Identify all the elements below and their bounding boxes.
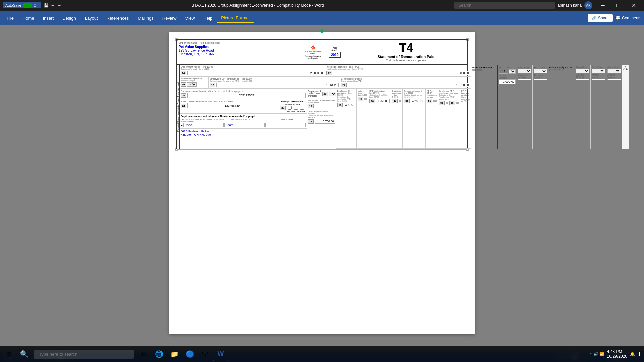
income-tax-label-fr: Impôt sur le revenu retenu – ligne 43700 [326,68,470,70]
autres-amount3[interactable] [607,79,621,80]
menu-references[interactable]: References [103,14,133,23]
box16-value[interactable]: 1,064.25 [216,83,339,87]
box22-value[interactable]: 8,000.00 [333,71,470,75]
maximize-button[interactable]: □ [610,0,626,11]
taskbar-search-button[interactable]: 🔍 [17,347,32,361]
taskbar-search-input[interactable] [34,350,134,359]
autres-box2-select[interactable] [592,69,605,73]
autosave-label: AutoSave [5,3,21,7]
undo-icon[interactable]: ↩ [51,3,55,8]
box44-value[interactable] [364,98,367,100]
word-taskbar-button[interactable]: W [213,347,228,361]
box50-value[interactable] [433,100,437,102]
autres-amount-label2: Amount – Montant [592,74,605,78]
menu-home[interactable]: Home [18,14,38,23]
cpp-exempt-checkbox[interactable] [288,106,292,110]
menu-view[interactable]: View [181,14,199,23]
autres-amount2[interactable] [592,79,605,80]
initial-label: Initial – Initiale [281,118,306,122]
employer-name: Pet Value Supplies [179,45,300,49]
edge-browser-button[interactable]: 🌐 [152,347,166,361]
box-case-label3: Box – Case [534,66,547,69]
menu-review[interactable]: Review [158,14,181,23]
box24-num: 24 [341,83,347,87]
close-button[interactable]: ✕ [626,0,641,11]
autres-amount-label1: Amount – Montant [576,74,589,78]
ppip-exempt-checkbox[interactable] [300,106,304,110]
selection-handle-top[interactable] [320,29,324,33]
employer-acct-value[interactable]: 555123555 [187,93,306,98]
box26-value[interactable]: 13,750.00 [315,119,335,124]
employment-income-label: Employment income – line 10100 [181,66,324,68]
menu-file[interactable]: File [3,14,18,23]
box17-value[interactable] [315,106,335,107]
chrome-icon: 🔵 [186,350,194,358]
windows-security-button[interactable]: 🛡 [198,347,213,361]
menu-design[interactable]: Design [58,14,80,23]
redo-icon[interactable]: ↪ [57,3,61,8]
box29-num: 29 [322,92,328,96]
menu-insert[interactable]: Insert [39,14,58,23]
employment-code-select[interactable] [329,92,336,96]
task-view-icon: ⧉ [141,350,146,358]
box56-value[interactable] [456,102,459,104]
other-box2-select[interactable] [518,69,531,73]
windows-start-button[interactable]: ⊞ [1,347,16,361]
other-box1[interactable]: 42 [499,69,508,74]
share-label: Share [598,16,609,20]
autres-box-label2: Box – Case [592,66,605,68]
cpp-pensionable-label: CPP/QPP pensionable earnings [308,110,335,114]
menu-mailings[interactable]: Mailings [133,14,158,23]
rpap-label: RPAP [300,110,306,112]
other-box1-select[interactable] [509,69,516,74]
menu-bar-right: 🔗 Share 💬 Comments [588,14,641,22]
file-explorer-button[interactable]: 📁 [167,347,182,361]
other-amount2[interactable] [518,79,531,80]
comments-button[interactable]: 💬 Comments [615,16,641,20]
autosave-toggle[interactable] [23,3,32,8]
box52-value[interactable]: 4,256.00 [411,99,424,103]
other-box3-select[interactable] [534,69,547,73]
autres-amount1[interactable] [576,79,589,80]
initial-input[interactable] [265,123,306,127]
t4-19-label: T4 (19) [623,66,627,148]
share-button[interactable]: 🔗 Share [588,14,613,22]
box46-value[interactable] [399,100,401,102]
last-name-input[interactable] [183,123,224,127]
arrow-indicator: ▶ [181,124,183,127]
minimize-button[interactable]: ─ [595,0,610,11]
box56-num: 56 [449,101,455,105]
sin-value[interactable]: 123456789 [187,103,277,108]
menu-picture-format[interactable]: Picture Format [217,13,254,23]
box24-value[interactable]: 13,750.00 [348,83,470,87]
other-amount3[interactable] [534,79,547,80]
autres-box1-select[interactable] [576,69,589,73]
employer-address2: Kingston, ON, K7P 3A6 [179,52,300,56]
box-case-label2: Box – Case [518,66,531,69]
province-select[interactable]: ON [187,82,197,87]
box55-value[interactable] [446,102,448,104]
autres-box3-select[interactable] [607,69,621,73]
menu-layout[interactable]: Layout [81,14,102,23]
box29-employment-code: Employment code / Code d'emploi [308,90,321,97]
edge-icon: 🌐 [155,350,163,358]
ae-label: AE [297,110,300,112]
chrome-button[interactable]: 🔵 [182,347,197,361]
save-icon[interactable]: 💾 [44,3,49,8]
ppip-insurable-label: PPIP insurable earnings [461,90,470,96]
autosave-state: On [34,3,39,7]
system-tray[interactable]: ⌂ 🔊 📶 [590,352,604,356]
ei-exempt-checkbox[interactable] [294,106,298,110]
menu-help[interactable]: Help [199,14,216,23]
notification-icon[interactable]: 🔔 [630,352,635,356]
title-search-input[interactable] [454,2,555,9]
task-view-button[interactable]: ⧉ [136,347,151,361]
first-name-input[interactable] [224,123,265,127]
autosave-button[interactable]: AutoSave On [3,2,41,8]
box20-value[interactable]: 1,250.00 [376,99,390,103]
other-amount1[interactable]: 3,000.00 [499,79,516,84]
box14-value[interactable]: 25,000.00 [187,71,324,75]
employer-acct-label: Employer's account number / Numéro de co… [181,90,306,92]
box18-value[interactable]: 432.50 [344,103,355,107]
show-desktop-icon[interactable]: ▐ [638,352,640,356]
